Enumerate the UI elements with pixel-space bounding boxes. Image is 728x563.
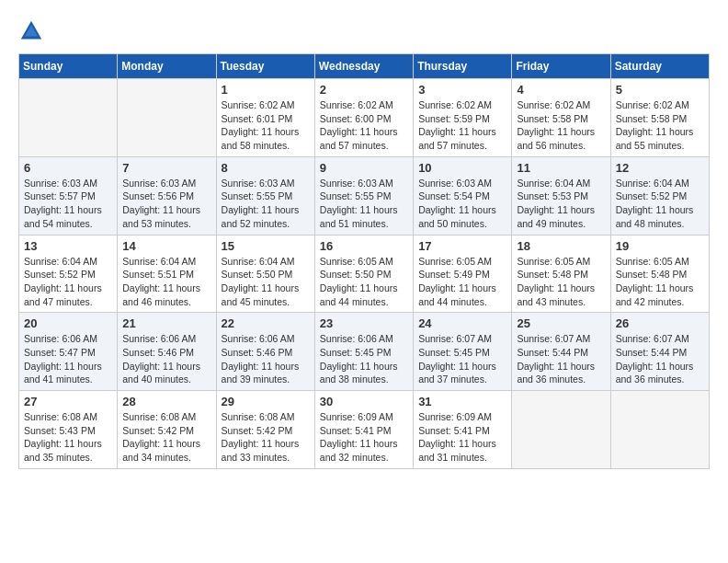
- day-info: Sunrise: 6:04 AMSunset: 5:52 PMDaylight:…: [24, 255, 112, 309]
- calendar-cell: 29Sunrise: 6:08 AMSunset: 5:42 PMDayligh…: [216, 391, 314, 469]
- day-info: Sunrise: 6:05 AMSunset: 5:48 PMDaylight:…: [616, 255, 704, 309]
- calendar-cell: 21Sunrise: 6:06 AMSunset: 5:46 PMDayligh…: [118, 313, 216, 391]
- day-number: 20: [24, 316, 112, 330]
- calendar-cell: 12Sunrise: 6:04 AMSunset: 5:52 PMDayligh…: [610, 156, 709, 235]
- day-number: 22: [222, 316, 310, 330]
- day-number: 3: [418, 83, 506, 97]
- calendar-cell: 14Sunrise: 6:04 AMSunset: 5:51 PMDayligh…: [118, 235, 216, 313]
- header-thursday: Thursday: [414, 54, 512, 79]
- calendar-cell: [19, 79, 118, 157]
- day-number: 24: [418, 316, 506, 330]
- day-info: Sunrise: 6:07 AMSunset: 5:44 PMDaylight:…: [616, 332, 704, 386]
- logo-icon: [18, 18, 44, 44]
- calendar-cell: 8Sunrise: 6:03 AMSunset: 5:55 PMDaylight…: [216, 156, 314, 235]
- day-number: 9: [320, 161, 408, 175]
- day-number: 15: [222, 239, 310, 253]
- day-info: Sunrise: 6:09 AMSunset: 5:41 PMDaylight:…: [418, 410, 506, 465]
- calendar-week-row: 13Sunrise: 6:04 AMSunset: 5:52 PMDayligh…: [19, 235, 710, 313]
- day-number: 7: [122, 161, 210, 175]
- day-info: Sunrise: 6:05 AMSunset: 5:50 PMDaylight:…: [320, 255, 408, 309]
- page-header: [18, 18, 710, 44]
- day-number: 18: [517, 239, 605, 253]
- day-info: Sunrise: 6:03 AMSunset: 5:56 PMDaylight:…: [122, 177, 210, 231]
- day-info: Sunrise: 6:07 AMSunset: 5:44 PMDaylight:…: [517, 332, 605, 386]
- calendar-cell: 3Sunrise: 6:02 AMSunset: 5:59 PMDaylight…: [414, 79, 512, 157]
- header-monday: Monday: [118, 54, 216, 79]
- calendar-cell: 19Sunrise: 6:05 AMSunset: 5:48 PMDayligh…: [610, 235, 709, 313]
- calendar-cell: 5Sunrise: 6:02 AMSunset: 5:58 PMDaylight…: [610, 79, 709, 157]
- day-number: 13: [24, 239, 112, 253]
- day-number: 23: [320, 316, 408, 330]
- day-info: Sunrise: 6:02 AMSunset: 6:00 PMDaylight:…: [320, 98, 408, 153]
- day-number: 14: [122, 239, 210, 253]
- day-info: Sunrise: 6:04 AMSunset: 5:51 PMDaylight:…: [122, 255, 210, 309]
- day-number: 28: [122, 395, 210, 408]
- day-number: 12: [616, 161, 704, 175]
- calendar-week-row: 27Sunrise: 6:08 AMSunset: 5:43 PMDayligh…: [19, 391, 710, 469]
- calendar-cell: [512, 391, 610, 469]
- day-info: Sunrise: 6:08 AMSunset: 5:43 PMDaylight:…: [24, 410, 112, 465]
- calendar-cell: 18Sunrise: 6:05 AMSunset: 5:48 PMDayligh…: [512, 235, 610, 313]
- day-info: Sunrise: 6:05 AMSunset: 5:49 PMDaylight:…: [418, 255, 506, 309]
- day-info: Sunrise: 6:08 AMSunset: 5:42 PMDaylight:…: [122, 410, 210, 465]
- calendar-cell: 1Sunrise: 6:02 AMSunset: 6:01 PMDaylight…: [216, 79, 314, 157]
- calendar-cell: 17Sunrise: 6:05 AMSunset: 5:49 PMDayligh…: [414, 235, 512, 313]
- calendar-week-row: 20Sunrise: 6:06 AMSunset: 5:47 PMDayligh…: [19, 313, 710, 391]
- day-number: 11: [517, 161, 605, 175]
- calendar-cell: 9Sunrise: 6:03 AMSunset: 5:55 PMDaylight…: [314, 156, 413, 235]
- calendar-cell: 4Sunrise: 6:02 AMSunset: 5:58 PMDaylight…: [512, 79, 610, 157]
- calendar-cell: 24Sunrise: 6:07 AMSunset: 5:45 PMDayligh…: [414, 313, 512, 391]
- header-wednesday: Wednesday: [314, 54, 413, 79]
- day-info: Sunrise: 6:03 AMSunset: 5:57 PMDaylight:…: [24, 177, 112, 231]
- day-number: 8: [222, 161, 310, 175]
- logo: [18, 18, 48, 44]
- header-saturday: Saturday: [610, 54, 709, 79]
- day-number: 6: [24, 161, 112, 175]
- day-number: 10: [418, 161, 506, 175]
- calendar-cell: [118, 79, 216, 157]
- calendar-cell: 25Sunrise: 6:07 AMSunset: 5:44 PMDayligh…: [512, 313, 610, 391]
- day-info: Sunrise: 6:03 AMSunset: 5:54 PMDaylight:…: [418, 177, 506, 231]
- calendar-cell: 16Sunrise: 6:05 AMSunset: 5:50 PMDayligh…: [314, 235, 413, 313]
- day-number: 30: [320, 395, 408, 408]
- day-info: Sunrise: 6:03 AMSunset: 5:55 PMDaylight:…: [222, 177, 310, 231]
- calendar-header-row: SundayMondayTuesdayWednesdayThursdayFrid…: [19, 54, 710, 79]
- day-number: 27: [24, 395, 112, 408]
- day-number: 31: [418, 395, 506, 408]
- day-number: 16: [320, 239, 408, 253]
- day-number: 1: [222, 83, 310, 97]
- day-number: 5: [616, 83, 704, 97]
- day-info: Sunrise: 6:02 AMSunset: 6:01 PMDaylight:…: [222, 98, 310, 153]
- calendar-cell: 23Sunrise: 6:06 AMSunset: 5:45 PMDayligh…: [314, 313, 413, 391]
- calendar-table: SundayMondayTuesdayWednesdayThursdayFrid…: [18, 53, 710, 469]
- day-number: 19: [616, 239, 704, 253]
- day-info: Sunrise: 6:07 AMSunset: 5:45 PMDaylight:…: [418, 332, 506, 386]
- day-info: Sunrise: 6:02 AMSunset: 5:59 PMDaylight:…: [418, 98, 506, 153]
- calendar-week-row: 1Sunrise: 6:02 AMSunset: 6:01 PMDaylight…: [19, 79, 710, 157]
- calendar-week-row: 6Sunrise: 6:03 AMSunset: 5:57 PMDaylight…: [19, 156, 710, 235]
- calendar-cell: 26Sunrise: 6:07 AMSunset: 5:44 PMDayligh…: [610, 313, 709, 391]
- calendar-cell: 13Sunrise: 6:04 AMSunset: 5:52 PMDayligh…: [19, 235, 118, 313]
- calendar-cell: 6Sunrise: 6:03 AMSunset: 5:57 PMDaylight…: [19, 156, 118, 235]
- day-info: Sunrise: 6:06 AMSunset: 5:47 PMDaylight:…: [24, 332, 112, 386]
- day-info: Sunrise: 6:06 AMSunset: 5:46 PMDaylight:…: [122, 332, 210, 386]
- day-info: Sunrise: 6:06 AMSunset: 5:46 PMDaylight:…: [222, 332, 310, 386]
- day-number: 4: [517, 83, 605, 97]
- day-number: 26: [616, 316, 704, 330]
- header-friday: Friday: [512, 54, 610, 79]
- calendar-cell: 10Sunrise: 6:03 AMSunset: 5:54 PMDayligh…: [414, 156, 512, 235]
- day-info: Sunrise: 6:08 AMSunset: 5:42 PMDaylight:…: [222, 410, 310, 465]
- calendar-cell: 27Sunrise: 6:08 AMSunset: 5:43 PMDayligh…: [19, 391, 118, 469]
- header-tuesday: Tuesday: [216, 54, 314, 79]
- day-info: Sunrise: 6:04 AMSunset: 5:52 PMDaylight:…: [616, 177, 704, 231]
- day-info: Sunrise: 6:03 AMSunset: 5:55 PMDaylight:…: [320, 177, 408, 231]
- calendar-cell: 15Sunrise: 6:04 AMSunset: 5:50 PMDayligh…: [216, 235, 314, 313]
- day-info: Sunrise: 6:04 AMSunset: 5:53 PMDaylight:…: [517, 177, 605, 231]
- day-info: Sunrise: 6:06 AMSunset: 5:45 PMDaylight:…: [320, 332, 408, 386]
- day-info: Sunrise: 6:04 AMSunset: 5:50 PMDaylight:…: [222, 255, 310, 309]
- day-number: 29: [222, 395, 310, 408]
- calendar-cell: 22Sunrise: 6:06 AMSunset: 5:46 PMDayligh…: [216, 313, 314, 391]
- day-number: 17: [418, 239, 506, 253]
- day-info: Sunrise: 6:09 AMSunset: 5:41 PMDaylight:…: [320, 410, 408, 465]
- header-sunday: Sunday: [19, 54, 118, 79]
